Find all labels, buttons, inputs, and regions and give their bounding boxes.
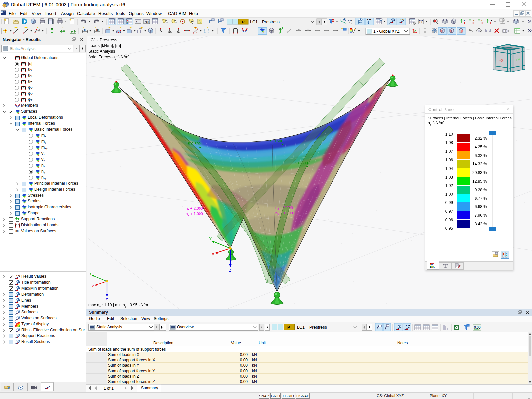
svg-text:-: - (200, 21, 201, 24)
svg-text:S 0.500: S 0.500 (295, 161, 308, 165)
svg-text:x.xx: x.xx (367, 18, 371, 21)
svg-text:x.xx: x.xx (16, 274, 21, 276)
svg-text:x.xx: x.xx (406, 324, 410, 327)
svg-text:Z: Z (106, 297, 108, 301)
svg-text:P: P (242, 20, 244, 24)
svg-text:>_: >_ (136, 21, 139, 23)
svg-text:X: X (212, 252, 214, 257)
svg-text:I: I (27, 31, 27, 34)
svg-text:Static Analysis: Static Analysis (88, 49, 115, 54)
svg-text:xx: xx (16, 229, 19, 232)
svg-text:X: X (92, 284, 94, 288)
svg-text:Z: Z (481, 19, 483, 22)
svg-text:-Y: -Y (472, 19, 475, 22)
svg-text:x: x (84, 28, 86, 31)
svg-text:>sc: >sc (145, 21, 149, 23)
svg-text:Axial Forces ny [kN/m]: Axial Forces ny [kN/m] (88, 55, 129, 60)
svg-text:Loads [kN/m], [m]: Loads [kN/m], [m] (88, 43, 121, 48)
svg-text:I: I (196, 31, 197, 34)
svg-text:S 0.500: S 0.500 (270, 139, 283, 143)
svg-text:-X: -X (499, 58, 504, 63)
svg-text:Prestress: Prestress (262, 20, 280, 24)
svg-text:+Y: +Y (515, 57, 521, 62)
svg-text:1 - Global XYZ: 1 - Global XYZ (373, 29, 400, 34)
svg-text:Z: Z (229, 268, 231, 273)
svg-text:x.xx: x.xx (400, 18, 405, 21)
svg-text:ny + 1.000: ny + 1.000 (186, 212, 203, 216)
svg-text:x.xx: x.xx (348, 19, 352, 21)
svg-text:S 0.500: S 0.500 (188, 142, 201, 146)
svg-text:X: X (463, 19, 465, 22)
svg-text:LC1 - Prestress: LC1 - Prestress (88, 38, 117, 42)
svg-text:0,00: 0,00 (474, 326, 481, 329)
svg-text:-X: -X (490, 19, 493, 22)
svg-text:nx + 2.000: nx + 2.000 (186, 206, 203, 211)
svg-text:xx: xx (96, 28, 99, 31)
svg-text:LC1: LC1 (250, 20, 258, 24)
svg-text:6: 6 (3, 4, 5, 8)
svg-text:max ny : 1.10 | min ny : 0.95: max ny : 1.10 | min ny : 0.95 kN/m (88, 303, 148, 308)
svg-text:Y: Y (90, 272, 92, 275)
svg-text:Y: Y (209, 237, 212, 241)
